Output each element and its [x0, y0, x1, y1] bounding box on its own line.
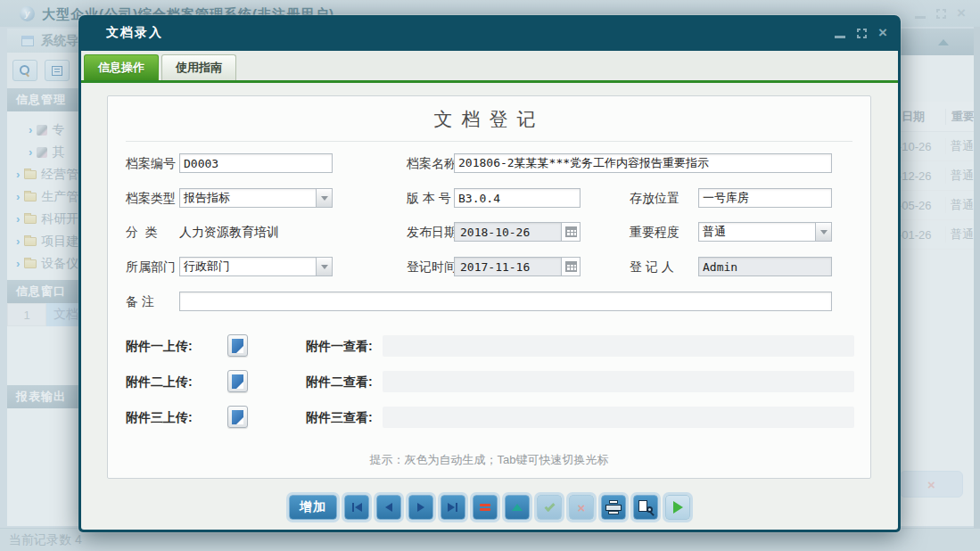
register-time-field — [454, 257, 581, 276]
version-label: 版 本 号 — [407, 188, 451, 208]
location-input[interactable] — [698, 188, 832, 208]
nav-next-button[interactable] — [408, 495, 433, 520]
record-toolbar: 增加 × — [81, 495, 898, 520]
remark-label: 备 注 — [126, 292, 154, 311]
archive-type-label: 档案类型 — [126, 188, 176, 208]
archive-no-input[interactable] — [179, 153, 333, 173]
importance-value: 普通 — [699, 223, 815, 241]
file-icon — [232, 410, 243, 424]
attachment1-upload-button[interactable] — [227, 334, 248, 357]
archive-name-input[interactable] — [454, 153, 832, 173]
register-time-label: 登记时间 — [407, 257, 457, 276]
remark-input[interactable] — [179, 292, 832, 311]
dialog-minimize-icon[interactable] — [835, 36, 845, 38]
preview-button[interactable] — [633, 495, 658, 520]
attachment3-upload-button[interactable] — [227, 406, 248, 428]
calendar-icon — [565, 226, 577, 237]
nav-first-button[interactable] — [344, 495, 369, 520]
dialog-controls: × — [835, 27, 898, 39]
attachment2-upload-button[interactable] — [227, 370, 248, 392]
printer-icon — [605, 500, 622, 514]
nav-last-button[interactable] — [441, 495, 465, 520]
attachment3-upload-label: 附件三上传: — [126, 407, 193, 429]
dialog-content: 文档登记 档案编号 档案名称 档案类型 报告指标 版 本 号 存放位置 分 — [81, 86, 898, 530]
first-record-icon — [355, 503, 362, 512]
importance-select[interactable]: 普通 — [698, 222, 832, 242]
attachment3-view-label: 附件三查看: — [306, 407, 373, 429]
dialog-body: 信息操作 使用指南 文档登记 档案编号 档案名称 档案类型 报告指标 版 本 号 — [81, 51, 898, 530]
dialog-title: 文档录入 — [81, 25, 163, 41]
department-label: 所属部门 — [126, 257, 176, 276]
x-icon: × — [578, 501, 586, 514]
attachment1-upload-label: 附件一上传: — [126, 335, 193, 358]
category-label: 分 类 — [126, 222, 158, 242]
print-preview-icon — [638, 500, 654, 514]
attachment2-upload-label: 附件二上传: — [126, 371, 193, 393]
first-record-icon — [352, 503, 354, 512]
form-title: 文档登记 — [108, 107, 870, 132]
dialog-tabstrip: 信息操作 使用指南 — [81, 51, 898, 83]
document-form: 文档登记 档案编号 档案名称 档案类型 报告指标 版 本 号 存放位置 分 — [107, 95, 871, 479]
location-label: 存放位置 — [630, 188, 679, 208]
category-value: 人力资源教育培训 — [179, 222, 279, 242]
calendar-icon — [565, 261, 577, 272]
calendar-button[interactable] — [561, 222, 581, 242]
chevron-down-icon — [820, 230, 828, 234]
confirm-button[interactable] — [537, 495, 562, 520]
register-time-input[interactable] — [454, 257, 561, 276]
attachment2-view-label: 附件二查看: — [306, 371, 373, 393]
dropdown-button[interactable] — [316, 258, 332, 276]
dialog-titlebar[interactable]: 文档录入 × — [81, 15, 898, 51]
attachment1-view-label: 附件一查看: — [306, 335, 373, 358]
run-button[interactable] — [665, 495, 690, 520]
dropdown-button[interactable] — [815, 223, 831, 241]
next-record-icon — [417, 503, 424, 512]
version-input[interactable] — [454, 188, 581, 208]
dropdown-button[interactable] — [316, 189, 332, 207]
form-hint: 提示：灰色为自动生成；Tab键可快速切换光标 — [108, 452, 870, 468]
calendar-button[interactable] — [561, 257, 581, 276]
add-button[interactable]: 增加 — [289, 495, 337, 520]
attachment2-view-area[interactable] — [383, 371, 854, 392]
file-icon — [232, 339, 243, 353]
publish-date-input[interactable] — [454, 222, 561, 242]
archive-name-label: 档案名称 — [407, 153, 457, 173]
importance-label: 重要程度 — [630, 222, 679, 242]
tab-info-operation[interactable]: 信息操作 — [84, 54, 159, 80]
tab-user-guide[interactable]: 使用指南 — [161, 54, 236, 80]
dialog-close-icon[interactable]: × — [878, 27, 887, 39]
department-value: 行政部门 — [180, 258, 316, 276]
prev-record-icon — [385, 503, 392, 512]
publish-date-field — [454, 222, 581, 242]
last-record-icon — [448, 503, 455, 512]
chevron-down-icon — [321, 265, 328, 269]
check-icon — [544, 500, 555, 511]
archive-type-select[interactable]: 报告指标 — [179, 188, 333, 208]
edit-icon — [512, 504, 523, 511]
last-record-icon — [456, 503, 457, 512]
attachment3-view-area[interactable] — [383, 407, 854, 428]
registrant-input[interactable] — [698, 257, 832, 276]
publish-date-label: 发布日期 — [407, 222, 457, 242]
delete-icon — [480, 504, 490, 511]
attachment1-view-area[interactable] — [383, 335, 854, 357]
cancel-button[interactable]: × — [569, 495, 594, 520]
department-select[interactable]: 行政部门 — [179, 257, 333, 276]
play-icon — [673, 501, 683, 514]
document-entry-dialog: 文档录入 × 信息操作 使用指南 文档登记 档案编号 档案名称 档案类型 — [78, 15, 901, 532]
dialog-maximize-icon[interactable] — [857, 29, 867, 38]
archive-no-label: 档案编号 — [126, 153, 176, 173]
nav-prev-button[interactable] — [376, 495, 401, 520]
delete-button[interactable] — [473, 495, 498, 520]
print-button[interactable] — [601, 495, 626, 520]
divider — [126, 141, 852, 142]
file-icon — [232, 374, 243, 389]
edit-button[interactable] — [505, 495, 530, 520]
chevron-down-icon — [321, 196, 328, 201]
registrant-label: 登 记 人 — [630, 257, 674, 276]
archive-type-value: 报告指标 — [180, 189, 316, 207]
